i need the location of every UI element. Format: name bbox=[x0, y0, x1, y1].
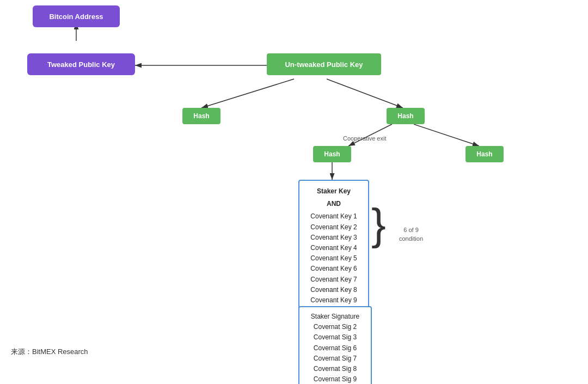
svg-line-7 bbox=[414, 124, 479, 146]
hash-right-left-node: Hash bbox=[313, 146, 351, 162]
untweaked-public-key-node: Un-tweaked Public Key bbox=[267, 53, 381, 75]
tweaked-public-key-label: Tweaked Public Key bbox=[47, 60, 115, 69]
covenant-key-7: Covenant Key 7 bbox=[304, 275, 364, 285]
staker-and-label: AND bbox=[304, 199, 364, 209]
hash-right-left-label: Hash bbox=[324, 150, 340, 158]
hash-right-node: Hash bbox=[387, 108, 425, 124]
condition-label: 6 of 9 condition bbox=[392, 218, 430, 243]
tweaked-public-key-node: Tweaked Public Key bbox=[27, 53, 135, 75]
svg-line-4 bbox=[201, 79, 294, 108]
covenant-key-4: Covenant Key 4 bbox=[304, 243, 364, 253]
covenant-key-6: Covenant Key 6 bbox=[304, 264, 364, 274]
covernat-sig-9: Covernat Sig 9 bbox=[304, 374, 366, 384]
covernat-sig-8: Covernat Sig 8 bbox=[304, 364, 366, 374]
covernat-sig-3: Covernat Sig 3 bbox=[304, 332, 366, 343]
staker-key-box: Staker Key AND Covenant Key 1 Covenant K… bbox=[298, 180, 369, 312]
covernat-sig-6: Covernat Sig 6 bbox=[304, 343, 366, 353]
untweaked-public-key-label: Un-tweaked Public Key bbox=[285, 60, 363, 69]
hash-left-label: Hash bbox=[193, 112, 209, 120]
covernat-sig-7: Covernat Sig 7 bbox=[304, 353, 366, 364]
covenant-key-5: Covenant Key 5 bbox=[304, 253, 364, 264]
covenant-key-9: Covenant Key 9 bbox=[304, 295, 364, 306]
covenant-key-8: Covenant Key 8 bbox=[304, 285, 364, 295]
covenant-keys: Covenant Key 1 Covenant Key 2 Covenant K… bbox=[304, 211, 364, 306]
bitcoin-address-node: Bitcoin Address bbox=[33, 5, 120, 27]
covenant-key-2: Covenant Key 2 bbox=[304, 222, 364, 233]
svg-line-5 bbox=[327, 79, 403, 108]
cooperative-exit-label: Cooperative exit bbox=[343, 135, 387, 142]
covenant-key-1: Covenant Key 1 bbox=[304, 211, 364, 222]
staker-sig: Staker Signature bbox=[304, 312, 366, 322]
covernat-sig-2: Covernat Sig 2 bbox=[304, 322, 366, 332]
hash-right-right-label: Hash bbox=[476, 150, 492, 158]
brace-symbol: } bbox=[371, 203, 386, 246]
hash-right-right-node: Hash bbox=[465, 146, 504, 162]
staker-key-title: Staker Key bbox=[304, 186, 364, 197]
sig-box: Staker Signature Covernat Sig 2 Covernat… bbox=[298, 306, 372, 384]
hash-right-label: Hash bbox=[397, 112, 413, 120]
source-label: 来源：BitMEX Research bbox=[11, 347, 88, 357]
diagram-container: Bitcoin Address Tweaked Public Key Un-tw… bbox=[0, 0, 588, 365]
hash-left-node: Hash bbox=[182, 108, 220, 124]
bitcoin-address-label: Bitcoin Address bbox=[49, 13, 103, 21]
covenant-key-3: Covenant Key 3 bbox=[304, 233, 364, 243]
